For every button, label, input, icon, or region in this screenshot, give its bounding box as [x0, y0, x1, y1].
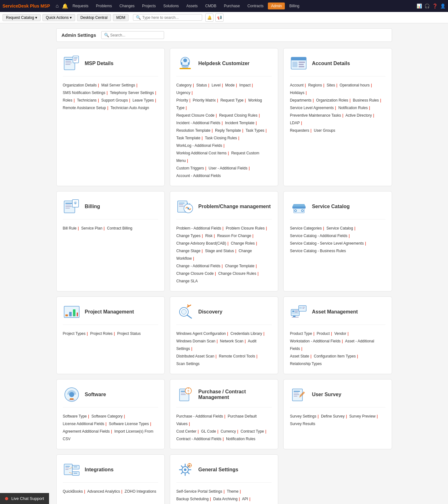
- general-title: General Settings: [198, 467, 238, 473]
- nav-purchase[interactable]: Purchase: [221, 3, 243, 9]
- svg-rect-24: [65, 208, 70, 208]
- bell-btn[interactable]: 📢: [215, 14, 224, 22]
- help-icon[interactable]: ❓: [432, 3, 438, 8]
- account-links: Account| Regions| Sites| Operational hou…: [290, 81, 385, 134]
- headset-icon[interactable]: 🎧: [424, 3, 430, 8]
- card-problem: Problem/Change management Problem - Addi…: [170, 191, 278, 291]
- admin-title: Admin Settings: [62, 32, 96, 38]
- search-icon: 🔍: [136, 15, 141, 20]
- svg-rect-84: [74, 467, 77, 467]
- quick-actions-btn[interactable]: Quick Actions ▾: [42, 14, 75, 21]
- svg-rect-7: [74, 59, 77, 59]
- svg-point-10: [183, 58, 187, 62]
- msp-title: MSP Details: [85, 61, 113, 66]
- svg-rect-66: [69, 400, 75, 400]
- notification-icon[interactable]: 🔔: [62, 3, 68, 9]
- integrations-title: Integrations: [85, 467, 114, 473]
- svg-rect-70: [181, 394, 186, 395]
- svg-rect-19: [299, 66, 304, 67]
- main-content: Admin Settings 🔍: [51, 23, 397, 504]
- service-icon: [290, 198, 307, 215]
- svg-rect-34: [292, 207, 306, 208]
- card-discovery: Discovery Windows Agent Configuration| C…: [170, 296, 278, 374]
- discovery-title: Discovery: [198, 309, 223, 315]
- svg-point-33: [187, 208, 189, 209]
- svg-rect-11: [181, 62, 182, 65]
- svg-rect-82: [65, 469, 69, 470]
- svg-rect-31: [179, 206, 184, 207]
- svg-point-90: [184, 468, 186, 471]
- svg-rect-22: [65, 205, 71, 205]
- svg-rect-65: [70, 398, 74, 400]
- msp-icon: [63, 55, 80, 72]
- service-links: Service Categories| Service Catalog| Ser…: [290, 224, 385, 255]
- svg-marker-35: [292, 204, 306, 207]
- svg-rect-18: [299, 64, 304, 65]
- survey-title: User Survey: [312, 392, 341, 397]
- nav-admin[interactable]: Admin: [268, 3, 285, 9]
- billing-title: Billing: [85, 204, 100, 209]
- bottom-bar[interactable]: Live Chat Support: [0, 493, 49, 504]
- global-search[interactable]: 🔍: [133, 14, 202, 21]
- svg-point-48: [181, 309, 186, 314]
- nav-assets[interactable]: Assets: [183, 3, 201, 9]
- mdm-btn[interactable]: MDM: [113, 14, 129, 21]
- settings-grid: MSP Details Organization Details| Mail S…: [56, 48, 392, 504]
- software-title: Software: [85, 392, 106, 397]
- svg-line-95: [181, 466, 182, 467]
- card-helpdesk: Helpdesk Customizer Category| Status| Le…: [170, 48, 278, 186]
- nav-cmdb[interactable]: CMDB: [202, 3, 219, 9]
- svg-rect-44: [73, 309, 75, 316]
- svg-rect-30: [179, 204, 183, 205]
- asset-links: Product Type| Product| Vendor| Workstati…: [290, 330, 385, 368]
- software-links: Software Type| Software Category| Licens…: [63, 413, 158, 443]
- nav-problems[interactable]: Problems: [93, 3, 115, 9]
- svg-line-98: [181, 472, 182, 474]
- nav-projects[interactable]: Projects: [139, 3, 159, 9]
- nav-solutions[interactable]: Solutions: [160, 3, 182, 9]
- svg-rect-42: [65, 314, 68, 316]
- nav-requests[interactable]: Requests: [69, 3, 92, 9]
- live-chat-label: Live Chat Support: [11, 496, 44, 501]
- billing-links: Bill Rule| Service Plan| Contract Billin…: [63, 224, 158, 232]
- svg-rect-29: [179, 203, 185, 203]
- admin-search[interactable]: 🔍: [101, 31, 164, 39]
- svg-point-64: [69, 392, 74, 397]
- helpdesk-icon: [176, 55, 194, 72]
- card-service: Service Catalog Service Categories| Serv…: [283, 191, 392, 291]
- svg-rect-75: [294, 391, 300, 392]
- card-asset: Asset Management Product Type| Product| …: [283, 296, 392, 374]
- alerts-btn[interactable]: 🔔: [205, 14, 213, 22]
- chart-icon[interactable]: 📊: [417, 3, 422, 8]
- svg-rect-15: [291, 57, 306, 60]
- svg-point-40: [302, 210, 303, 211]
- helpdesk-links: Category| Status| Level| Mode| Impact| U…: [176, 81, 272, 180]
- project-links: Project Types| Project Roles| Project St…: [63, 330, 158, 337]
- admin-search-input[interactable]: [110, 33, 161, 37]
- software-icon: [63, 386, 80, 403]
- account-title: Account Details: [312, 61, 350, 66]
- billing-icon: $: [63, 198, 80, 215]
- svg-rect-61: [293, 316, 296, 317]
- general-links: Self-Service Portal Settings| Theme| Bac…: [176, 488, 272, 504]
- svg-rect-43: [69, 312, 72, 316]
- helpdesk-title: Helpdesk Customizer: [198, 61, 250, 66]
- svg-point-39: [295, 210, 296, 211]
- svg-rect-58: [299, 307, 302, 309]
- svg-rect-4: [65, 64, 70, 65]
- integrations-icon: [63, 461, 80, 479]
- svg-rect-55: [295, 311, 298, 311]
- svg-point-100: [189, 465, 190, 466]
- svg-rect-54: [292, 311, 294, 312]
- card-survey: User Survey Survey Settings| Define Surv…: [283, 379, 392, 449]
- user-icon[interactable]: 👤: [440, 3, 445, 8]
- request-catalog-btn[interactable]: Request Catalog ▾: [3, 14, 41, 21]
- desktop-central-btn[interactable]: Desktop Central: [77, 14, 111, 21]
- search-input[interactable]: [142, 15, 199, 20]
- nav-contracts[interactable]: Contracts: [244, 3, 267, 9]
- home-icon[interactable]: ⌂: [54, 3, 61, 9]
- svg-rect-80: [65, 466, 70, 467]
- asset-title: Asset Management: [312, 309, 358, 315]
- nav-billing[interactable]: Billing: [286, 3, 302, 9]
- nav-changes[interactable]: Changes: [116, 3, 138, 9]
